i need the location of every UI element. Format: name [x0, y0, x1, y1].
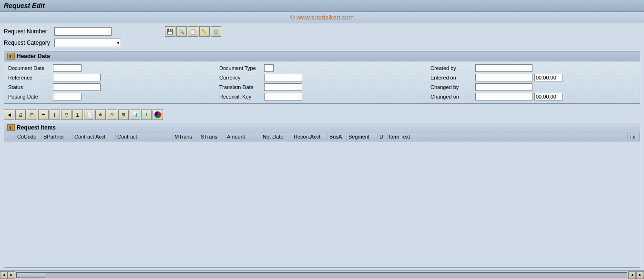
find-button[interactable]: 🔍 [176, 26, 187, 37]
export-docs-button[interactable]: 📄 [84, 110, 94, 120]
scroll-right-start-button[interactable]: ◄ [628, 271, 636, 279]
list-button[interactable]: ☰ [38, 110, 49, 120]
reconcil-key-label: Reconcil. Key [219, 94, 262, 100]
copy2-button[interactable]: ⊕ [95, 110, 106, 120]
request-number-input[interactable] [54, 27, 112, 36]
nav-back-button[interactable]: ◀ [4, 110, 14, 120]
tx-col-header[interactable]: Tx [628, 133, 640, 140]
entered-on-time-input[interactable] [534, 74, 563, 81]
bottom-scrollbar: ◄ ► ◄ ► [0, 270, 644, 279]
save-button[interactable]: 💾 [165, 26, 175, 37]
busa-col-header[interactable]: BusA [328, 133, 347, 140]
scroll-right-end-button[interactable]: ► [636, 271, 644, 279]
scroll-right-start-icon: ◄ [630, 273, 634, 277]
list-icon: ☰ [41, 112, 45, 117]
posting-date-input[interactable] [53, 93, 82, 100]
edit-button[interactable]: ✏️ [199, 26, 210, 37]
chart-button[interactable]: 📊 [130, 110, 140, 120]
table-icon: ⊟ [30, 112, 34, 117]
created-by-label: Created by [430, 65, 473, 71]
changed-on-input[interactable] [475, 93, 532, 100]
cocode-col-header[interactable]: CoCode [16, 133, 42, 140]
document-date-input[interactable] [53, 64, 82, 72]
reconcil-key-input[interactable] [264, 93, 302, 100]
request-category-wrapper: ▼ [54, 39, 121, 47]
translatn-date-label: Translatn Date [219, 84, 262, 90]
bpartner-col-header[interactable]: BPartner [42, 133, 73, 140]
watermark-text: © www.tutorialkart.com [290, 14, 354, 21]
grid-button[interactable]: ⊞ [118, 110, 129, 120]
changed-by-input[interactable] [475, 83, 532, 91]
globe-icon [154, 111, 161, 118]
items-section-header: ◧ Request Items [4, 123, 640, 132]
page-container: Request Edit © www.tutorialkart.com Requ… [0, 0, 644, 279]
header-data-section-header: ◧ Header Data [4, 51, 640, 61]
scroll-right-prev-button[interactable]: ► [8, 271, 15, 279]
currency-input[interactable] [264, 74, 302, 81]
sigma-button[interactable]: Σ [72, 110, 83, 120]
entered-on-input[interactable] [475, 74, 532, 81]
scroll-left-icon: ◄ [2, 273, 6, 277]
recon-acct-col-header[interactable]: Recon.Acct [292, 133, 328, 140]
toolbar2: ◀ 🖨 ⊟ ☰ ⫿ ▽ Σ 📄 ⊕ [4, 109, 640, 121]
reference-input[interactable] [53, 74, 101, 81]
request-category-row: Request Category ▼ [4, 39, 640, 47]
main-content: Request Number 💾 🔍 📋 ✏️ [0, 23, 644, 270]
paste-button[interactable]: ⊖ [107, 110, 117, 120]
scroll-track[interactable] [16, 272, 627, 278]
amount-col-header[interactable]: Amount [225, 133, 261, 140]
contract-col-header[interactable]: Contract [116, 133, 173, 140]
segment-col-header[interactable]: Segment [347, 133, 378, 140]
edit-icon: ✏️ [201, 29, 208, 35]
filter-button[interactable]: ▽ [61, 110, 72, 120]
scroll-left-button[interactable]: ◄ [0, 271, 8, 279]
request-category-label: Request Category [4, 40, 51, 46]
title-bar: Request Edit [0, 0, 644, 12]
document-type-input[interactable] [264, 64, 274, 72]
status-label: Status [8, 84, 51, 90]
copy2-icon: ⊕ [99, 112, 102, 117]
items-section-title: Request Items [17, 124, 56, 131]
info-button[interactable]: ℹ [141, 110, 152, 120]
right-scroll-buttons: ◄ ► [628, 271, 644, 279]
changed-by-label: Changed by [430, 84, 473, 90]
delete-button[interactable]: 🗑️ [211, 26, 221, 37]
document-type-label: Document Type [219, 65, 262, 71]
scroll-thumb[interactable] [17, 273, 45, 278]
sigma-icon: Σ [76, 112, 79, 118]
find-icon: 🔍 [178, 29, 185, 35]
top-form: Request Number 💾 🔍 📋 ✏️ [4, 26, 640, 47]
reconcil-key-group: Reconcil. Key [219, 93, 425, 100]
export-docs-icon: 📄 [87, 112, 92, 117]
copy-icon: 📋 [190, 29, 196, 35]
scroll-right-prev-icon: ► [10, 273, 13, 277]
columns-button[interactable]: ⫿ [50, 110, 60, 120]
netdate-col-header[interactable]: Net Date [261, 133, 292, 140]
changed-on-time-input[interactable] [534, 93, 563, 100]
posting-date-label: Posting Date [8, 94, 51, 100]
created-by-group: Created by [430, 64, 636, 72]
print-icon: 🖨 [19, 112, 23, 117]
reference-label: Reference [8, 75, 51, 80]
strans-col-header[interactable]: STrans [199, 133, 225, 140]
status-input[interactable] [53, 83, 101, 91]
table-button[interactable]: ⊟ [27, 110, 37, 120]
paste-icon: ⊖ [110, 112, 114, 117]
mtrans-col-header[interactable]: MTrans [173, 133, 199, 140]
page-title: Request Edit [4, 2, 45, 10]
created-by-input[interactable] [475, 64, 532, 72]
items-table-body [4, 141, 640, 267]
d-col-header[interactable]: D [378, 133, 388, 140]
translatn-date-input[interactable] [264, 83, 302, 91]
contract-acct-col-header[interactable]: Contract Acct [73, 133, 116, 140]
request-category-input[interactable] [54, 39, 121, 47]
scroll-right-end-icon: ► [638, 273, 642, 277]
request-number-label: Request Number [4, 28, 51, 35]
chart-icon: 📊 [133, 112, 138, 117]
header-data-icon: ◧ [7, 53, 15, 60]
document-date-group: Document Date [8, 64, 214, 72]
globe-button[interactable] [153, 110, 163, 120]
copy-button[interactable]: 📋 [188, 26, 198, 37]
itemtext-col-header[interactable]: Item Text [388, 133, 628, 140]
print-button[interactable]: 🖨 [15, 110, 26, 120]
